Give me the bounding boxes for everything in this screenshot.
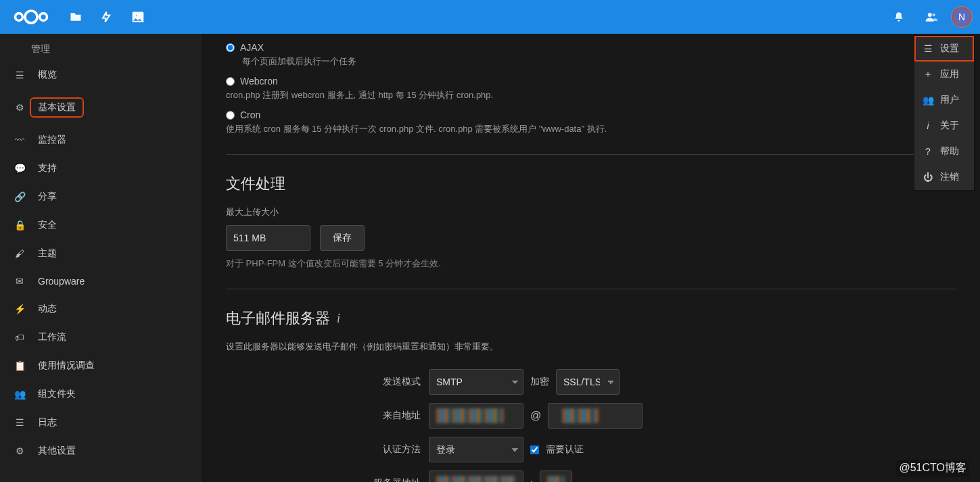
- sidebar-item-groupfolders[interactable]: 👥组文件夹: [0, 380, 202, 408]
- cron-webcron-radio[interactable]: [226, 77, 235, 86]
- plus-icon: ＋: [923, 68, 933, 80]
- email-server-section: 电子邮件服务器i 设置此服务器以能够发送电子邮件（例如密码重置和通知）非常重要。…: [226, 289, 957, 482]
- file-handling-title: 文件处理: [226, 174, 957, 194]
- cron-cron-row: Cron: [226, 110, 957, 120]
- lock-icon: 🔒: [14, 220, 26, 231]
- svg-point-1: [25, 11, 37, 23]
- svg-point-5: [928, 13, 932, 17]
- share-icon: 🔗: [14, 191, 26, 202]
- list-icon: ☰: [923, 43, 933, 54]
- sidebar-item-activity[interactable]: ⚡动态: [0, 295, 202, 323]
- sidebar-item-monitoring[interactable]: 〰监控器: [0, 126, 202, 154]
- menu-settings[interactable]: ☰设置: [914, 36, 974, 62]
- cron-webcron-desc: cron.php 注册到 webcron 服务上, 通过 http 每 15 分…: [226, 89, 957, 101]
- masked-value: [436, 408, 504, 423]
- colon-separator: :: [530, 478, 533, 482]
- envelope-icon: ✉: [14, 276, 26, 287]
- send-mode-label: 发送模式: [226, 376, 429, 388]
- max-upload-input[interactable]: [226, 225, 310, 251]
- server-port-input[interactable]: [540, 471, 572, 482]
- gear-icon: ⚙: [14, 445, 26, 456]
- main-content: AJAX 每个页面加载后执行一个任务 Webcron cron.php 注册到 …: [203, 34, 980, 482]
- encryption-label: 加密: [530, 376, 549, 388]
- auth-method-label: 认证方法: [226, 443, 429, 456]
- menu-help[interactable]: ?帮助: [914, 139, 974, 164]
- sidebar-item-logging[interactable]: ☰日志: [0, 408, 202, 437]
- menu-users[interactable]: 👥用户: [914, 87, 974, 113]
- encryption-select[interactable]: SSL/TLS: [556, 369, 620, 395]
- info-icon[interactable]: i: [337, 312, 340, 326]
- watermark: @51CTO博客: [896, 460, 969, 477]
- gallery-app-icon[interactable]: [124, 3, 151, 30]
- at-symbol: @: [530, 410, 541, 422]
- cron-ajax-label: AJAX: [240, 42, 264, 53]
- list-icon: ☰: [14, 417, 26, 428]
- save-button[interactable]: 保存: [320, 225, 365, 251]
- cron-ajax-row: AJAX: [226, 42, 957, 53]
- user-menu: ☰设置 ＋应用 👥用户 i关于 ?帮助 ⏻注销: [914, 35, 975, 191]
- cron-ajax-desc: 每个页面加载后执行一个任务: [242, 55, 957, 68]
- sidebar-item-theming[interactable]: 🖌主题: [0, 239, 202, 268]
- masked-value: [436, 476, 516, 482]
- users-icon: 👥: [923, 95, 933, 105]
- sidebar-item-overview[interactable]: ☰概览: [0, 61, 202, 89]
- menu-about[interactable]: i关于: [914, 113, 974, 139]
- header-app-icons: [62, 3, 151, 30]
- sidebar-item-workflow[interactable]: 🏷工作流: [0, 323, 202, 352]
- cron-ajax-radio[interactable]: [226, 43, 235, 52]
- max-upload-hint: 对于 PHP-FPM 这个值改变后可能需要 5 分钟才会生效.: [226, 258, 957, 270]
- settings-sidebar: 管理 ☰概览 ⚙基本设置 〰监控器 💬支持 🔗分享 🔒安全 🖌主题 ✉Group…: [0, 34, 203, 482]
- sidebar-item-basic-settings[interactable]: ⚙基本设置: [0, 89, 202, 126]
- users-icon: 👥: [14, 389, 26, 400]
- svg-point-2: [40, 14, 47, 21]
- files-app-icon[interactable]: [62, 3, 89, 30]
- cron-cron-desc: 使用系统 cron 服务每 15 分钟执行一次 cron.php 文件. cro…: [226, 123, 957, 135]
- notifications-icon[interactable]: [887, 5, 911, 29]
- cron-cron-label: Cron: [240, 110, 260, 120]
- sidebar-item-survey[interactable]: 📋使用情况调查: [0, 352, 202, 380]
- tag-icon: 🏷: [14, 332, 26, 343]
- power-icon: ⏻: [923, 172, 933, 183]
- contacts-icon[interactable]: [919, 5, 943, 29]
- cron-cron-radio[interactable]: [226, 111, 235, 120]
- list-icon: ☰: [14, 70, 26, 80]
- app-logo[interactable]: [12, 7, 50, 26]
- email-server-desc: 设置此服务器以能够发送电子邮件（例如密码重置和通知）非常重要。: [226, 341, 957, 353]
- email-server-title: 电子邮件服务器i: [226, 308, 957, 329]
- sidebar-item-groupware[interactable]: ✉Groupware: [0, 268, 202, 295]
- from-user-input[interactable]: [429, 403, 523, 429]
- activity-app-icon[interactable]: [93, 3, 120, 30]
- menu-apps[interactable]: ＋应用: [914, 62, 974, 87]
- need-auth-checkbox[interactable]: [530, 445, 539, 454]
- need-auth-label: 需要认证: [546, 443, 584, 456]
- auth-method-select[interactable]: 登录: [429, 437, 523, 462]
- max-upload-label: 最大上传大小: [226, 206, 957, 218]
- sidebar-item-support[interactable]: 💬支持: [0, 154, 202, 183]
- svg-point-4: [135, 15, 137, 17]
- from-address-label: 来自地址: [226, 410, 429, 422]
- sidebar-item-security[interactable]: 🔒安全: [0, 211, 202, 239]
- user-avatar[interactable]: N: [952, 7, 972, 27]
- gear-icon: ⚙: [14, 102, 26, 113]
- chat-icon: 💬: [14, 163, 26, 174]
- masked-value: [562, 408, 599, 423]
- brush-icon: 🖌: [14, 248, 26, 259]
- sidebar-heading: 管理: [0, 38, 202, 61]
- file-handling-section: 文件处理 最大上传大小 保存 对于 PHP-FPM 这个值改变后可能需要 5 分…: [226, 154, 957, 270]
- server-host-input[interactable]: [429, 471, 523, 482]
- server-address-label: 服务器地址: [226, 477, 429, 482]
- send-mode-select[interactable]: SMTP: [429, 369, 523, 395]
- sidebar-item-additional[interactable]: ⚙其他设置: [0, 437, 202, 465]
- app-header: N: [0, 0, 980, 34]
- pulse-icon: 〰: [14, 135, 26, 145]
- svg-point-0: [16, 14, 23, 21]
- menu-logout[interactable]: ⏻注销: [914, 164, 974, 190]
- info-icon: i: [923, 120, 933, 131]
- cron-webcron-row: Webcron: [226, 76, 957, 87]
- from-domain-input[interactable]: [548, 403, 643, 429]
- sidebar-item-sharing[interactable]: 🔗分享: [0, 183, 202, 211]
- help-icon: ?: [923, 146, 933, 157]
- bolt-icon: ⚡: [14, 304, 26, 314]
- svg-point-6: [933, 14, 936, 17]
- masked-value: [547, 476, 565, 482]
